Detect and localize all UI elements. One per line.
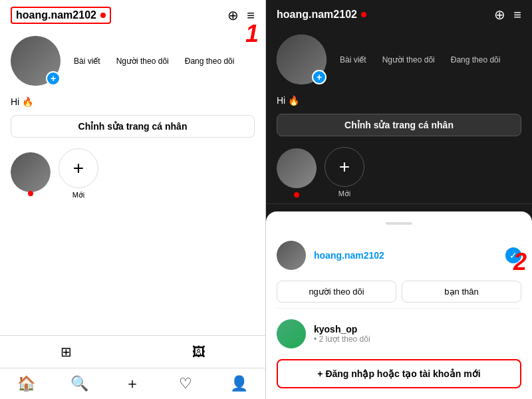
likes-nav-btn[interactable]: ♡ <box>159 374 212 394</box>
right-posts-stat: Bài viết <box>340 55 366 65</box>
current-account-avatar[interactable] <box>277 241 306 270</box>
posts-label: Bài viết <box>74 57 100 66</box>
right-online-dot <box>361 12 366 17</box>
sheet-handle <box>386 222 412 225</box>
avatar-add-story-btn[interactable]: + <box>46 71 61 86</box>
kyosh-avatar <box>277 319 306 348</box>
right-username: hoang.nam2102 <box>277 9 357 21</box>
new-story-label: Mới <box>72 191 85 200</box>
right-avatar-add-btn[interactable]: + <box>312 70 327 84</box>
right-followers-label: Người theo dõi <box>382 55 435 65</box>
right-header: hoang.nam2102 ⊕ ≡ <box>266 0 532 29</box>
right-header-actions: ⊕ ≡ <box>494 7 521 23</box>
followers-label: Người theo dõi <box>116 57 169 66</box>
grid-tab[interactable]: ⊞ <box>0 336 133 368</box>
right-followers-stat: Người theo dõi <box>382 55 435 65</box>
right-menu-icon[interactable]: ≡ <box>513 7 521 23</box>
banthans-btn[interactable]: bạn thân <box>402 281 521 303</box>
right-panel: hoang.nam2102 ⊕ ≡ + Bài viết Ngườ <box>266 0 532 399</box>
add-post-icon[interactable]: ⊕ <box>227 7 239 23</box>
step-badge-1: 1 <box>245 20 259 48</box>
right-story-item-new: + Mới <box>325 147 364 198</box>
create-nav-btn[interactable]: ＋ <box>106 374 160 394</box>
current-account-left: hoang.nam2102 <box>277 241 384 270</box>
search-nav-btn[interactable]: 🔍 <box>53 374 106 394</box>
username-highlight: hoang.nam2102 <box>11 7 111 24</box>
kyosh-info: kyosh_op • 2 lượt theo dõi <box>314 324 521 344</box>
story-new-dot <box>28 191 33 196</box>
posts-stat: Bài viết <box>74 57 100 66</box>
kyosh-followers: • 2 lượt theo dõi <box>314 334 521 344</box>
right-posts-label: Bài viết <box>340 55 366 65</box>
followers-btn[interactable]: người theo dõi <box>277 281 396 303</box>
right-profile-section: + Bài viết Người theo dõi Đang theo dõi <box>266 29 532 92</box>
home-nav-btn[interactable]: 🏠 <box>0 374 53 394</box>
right-avatar-container: + <box>277 35 327 84</box>
profile-nav-btn[interactable]: 👤 <box>212 374 265 394</box>
right-new-story-label: Mới <box>338 190 351 198</box>
left-header: hoang.nam2102 ⊕ ≡ 1 <box>0 0 265 31</box>
kyosh-name: kyosh_op <box>314 324 521 334</box>
add-account-btn[interactable]: + Đăng nhập hoặc tạo tài khoản mới <box>277 359 521 388</box>
sheet-divider <box>277 308 521 309</box>
story-image <box>11 152 51 192</box>
following-stat: Đang theo dõi <box>185 57 235 66</box>
greeting-text: Hi 🔥 <box>0 94 265 110</box>
tagged-tab[interactable]: 🖼 <box>133 336 266 368</box>
step-badge-2: 2 <box>513 248 527 276</box>
kyosh-account-item[interactable]: kyosh_op • 2 lượt theo dõi <box>277 314 521 354</box>
content-tabs: ⊞ 🖼 <box>0 335 265 368</box>
follow-buttons-row: người theo dõi bạn thân <box>277 281 521 303</box>
right-following-label: Đang theo dõi <box>451 55 501 65</box>
online-status-dot <box>100 13 106 18</box>
right-story-item-existing <box>277 148 317 198</box>
profile-section: + Bài viết Người theo dõi Đang theo dõi <box>0 31 265 94</box>
story-item-new: + Mới <box>59 148 98 200</box>
right-bg-profile: hoang.nam2102 ⊕ ≡ + Bài viết Ngườ <box>266 0 532 226</box>
avatar-container: + <box>11 36 61 86</box>
right-profile-stats: Bài viết Người theo dõi Đang theo dõi <box>340 55 500 65</box>
story-item-existing <box>11 152 51 196</box>
edit-profile-btn[interactable]: Chỉnh sửa trang cá nhân <box>11 115 255 138</box>
bottom-nav: 🏠 🔍 ＋ ♡ 👤 <box>0 368 265 399</box>
right-greeting: Hi 🔥 <box>266 92 532 108</box>
story-circle-existing[interactable] <box>11 152 51 192</box>
right-add-icon[interactable]: ⊕ <box>494 7 505 23</box>
profile-stats: Bài viết Người theo dõi Đang theo dõi <box>74 57 234 66</box>
right-stories-row: + Mới <box>266 142 532 203</box>
current-account-item: hoang.nam2102 ✓ <box>277 235 521 275</box>
right-add-story-btn[interactable]: + <box>325 147 364 187</box>
right-edit-profile-btn[interactable]: Chỉnh sửa trang cá nhân <box>277 114 521 136</box>
followers-stat: Người theo dõi <box>116 57 169 66</box>
right-following-stat: Đang theo dõi <box>451 55 501 65</box>
stories-row: + Mới <box>0 143 265 205</box>
following-label: Đang theo dõi <box>185 57 235 66</box>
left-username: hoang.nam2102 <box>16 9 96 21</box>
right-story-circle[interactable] <box>277 148 317 188</box>
add-story-btn[interactable]: + <box>59 148 98 188</box>
current-account-name: hoang.nam2102 <box>314 250 384 261</box>
account-sheet: hoang.nam2102 ✓ người theo dõi bạn thân … <box>266 211 532 399</box>
left-panel: hoang.nam2102 ⊕ ≡ 1 + Bài viết Người the… <box>0 0 266 399</box>
right-story-dot <box>294 192 299 198</box>
